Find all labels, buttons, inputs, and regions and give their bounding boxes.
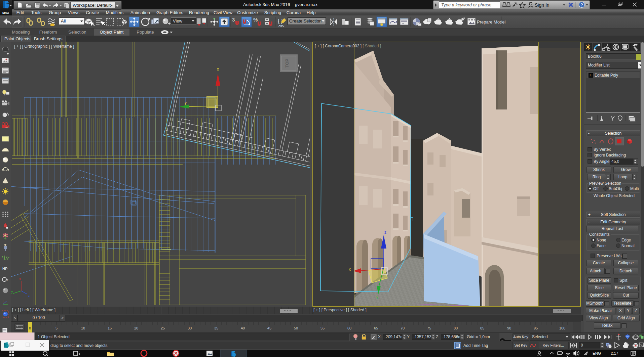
svg-text:x: x (19, 277, 21, 281)
svg-text:3: 3 (232, 17, 235, 23)
svg-text:10: 10 (81, 326, 85, 330)
svg-text:0: 0 (581, 343, 583, 348)
svg-text:z: z (7, 278, 8, 282)
svg-text:y: y (376, 295, 378, 299)
svg-text:50: 50 (294, 326, 298, 330)
svg-text:x: x (217, 67, 219, 72)
svg-text:%: % (253, 17, 258, 23)
svg-text:z: z (384, 230, 386, 235)
svg-text:?: ? (580, 3, 583, 7)
svg-text:60: 60 (347, 326, 351, 330)
svg-text:Sign In: Sign In (535, 2, 550, 8)
svg-text:0: 0 (29, 326, 31, 330)
svg-text:30: 30 (188, 326, 192, 330)
svg-text:ENG: ENG (593, 351, 601, 355)
svg-text:90: 90 (507, 326, 511, 330)
svg-text:55: 55 (320, 326, 325, 330)
svg-text:35: 35 (214, 326, 218, 330)
svg-text:HP: HP (2, 267, 7, 271)
svg-text:Prepare Model: Prepare Model (477, 19, 505, 25)
svg-text:45: 45 (267, 326, 271, 330)
svg-text:95: 95 (534, 326, 538, 330)
svg-text:MAX: MAX (2, 11, 9, 14)
svg-text:100: 100 (559, 326, 565, 330)
svg-text:15: 15 (108, 326, 112, 330)
svg-text:25: 25 (161, 326, 165, 330)
svg-text:5: 5 (55, 326, 58, 330)
svg-text:y: y (185, 100, 187, 105)
svg-text:HD: HD (5, 127, 8, 129)
svg-text:75: 75 (427, 326, 431, 330)
svg-text:ABC: ABC (278, 24, 285, 27)
svg-text:x: x (349, 267, 351, 272)
svg-text:85: 85 (480, 326, 484, 330)
svg-text:2:17: 2:17 (611, 351, 618, 355)
svg-text:z: z (28, 294, 30, 298)
svg-text:20: 20 (134, 326, 138, 330)
svg-text:70: 70 (401, 326, 405, 330)
svg-text:y: y (11, 289, 13, 294)
svg-text:TOP: TOP (285, 58, 290, 68)
svg-text:40: 40 (241, 326, 245, 330)
svg-text:80: 80 (454, 326, 458, 330)
svg-text:65: 65 (374, 326, 378, 330)
